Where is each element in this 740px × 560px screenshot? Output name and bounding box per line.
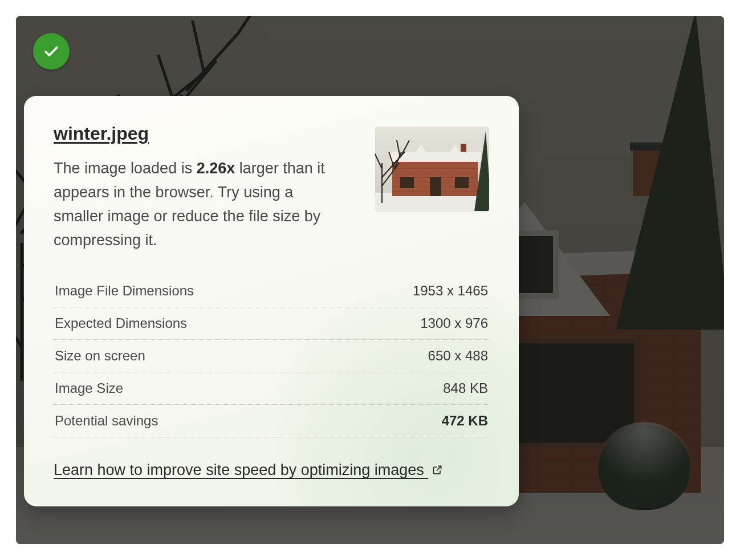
metric-label: Potential savings xyxy=(55,413,158,429)
desc-prefix: The image loaded is xyxy=(54,160,197,177)
image-thumbnail xyxy=(375,127,489,212)
metric-row: Image Size848 KB xyxy=(54,372,489,405)
metric-value: 650 x 488 xyxy=(428,348,488,364)
status-badge-success xyxy=(33,33,70,70)
image-diagnostic-card: winter.jpeg The image loaded is 2.26x la… xyxy=(24,96,519,506)
learn-more-row: Learn how to improve site speed by optim… xyxy=(54,461,489,479)
desc-multiplier: 2.26x xyxy=(197,160,235,177)
metric-row: Expected Dimensions1300 x 976 xyxy=(54,307,489,340)
image-optimization-overlay: winter.jpeg The image loaded is 2.26x la… xyxy=(16,16,724,544)
external-link-icon xyxy=(432,464,443,476)
metric-value: 1953 x 1465 xyxy=(413,283,488,299)
learn-more-text: Learn how to improve site speed by optim… xyxy=(54,461,428,478)
metric-row: Image File Dimensions1953 x 1465 xyxy=(54,275,489,307)
metric-label: Size on screen xyxy=(55,348,145,364)
learn-more-link[interactable]: Learn how to improve site speed by optim… xyxy=(54,461,443,478)
metric-value: 472 KB xyxy=(442,413,488,429)
filename-link[interactable]: winter.jpeg xyxy=(54,123,149,144)
check-icon xyxy=(43,43,60,60)
metric-label: Image File Dimensions xyxy=(55,283,194,299)
diagnostic-description: The image loaded is 2.26x larger than it… xyxy=(54,157,327,252)
metric-row: Potential savings472 KB xyxy=(54,405,489,437)
metric-value: 1300 x 976 xyxy=(420,315,488,331)
metric-label: Expected Dimensions xyxy=(55,315,187,331)
metric-label: Image Size xyxy=(55,380,123,396)
metric-row: Size on screen650 x 488 xyxy=(54,340,489,372)
metric-value: 848 KB xyxy=(443,380,488,396)
metrics-table: Image File Dimensions1953 x 1465Expected… xyxy=(54,275,489,437)
